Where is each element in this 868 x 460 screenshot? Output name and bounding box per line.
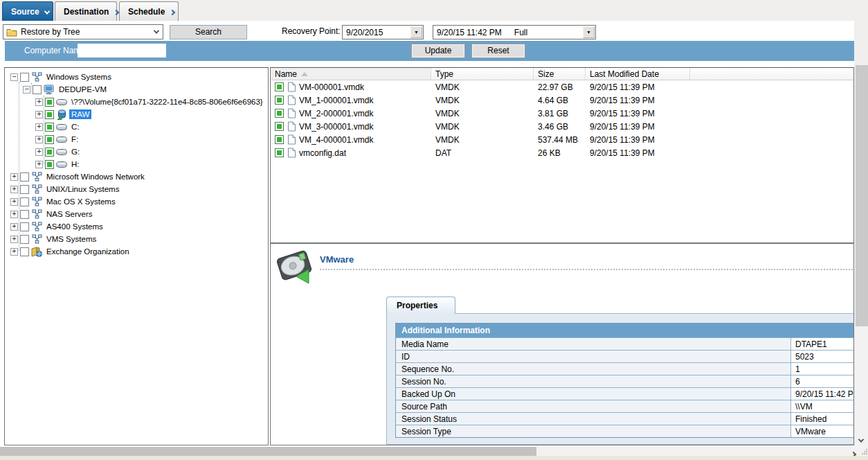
column-header-type[interactable]: Type: [431, 68, 534, 80]
column-header-size[interactable]: Size: [534, 68, 586, 80]
expand-toggle-icon[interactable]: +: [10, 223, 18, 231]
file-name-cell[interactable]: vmconfig.dat: [271, 148, 431, 159]
tree-item-label[interactable]: AS400 Systems: [44, 222, 105, 231]
file-name-cell[interactable]: VM-000001.vmdk: [271, 82, 431, 93]
expand-toggle-icon[interactable]: +: [10, 173, 18, 181]
tree-item[interactable]: +AS400 Systems: [5, 220, 268, 233]
tree-item[interactable]: +UNIX/Linux Systems: [5, 183, 268, 195]
expand-toggle-icon[interactable]: +: [10, 211, 18, 218]
file-row[interactable]: VM_3-000001.vmdkVMDK3.46 GB9/20/15 11:39…: [271, 120, 853, 133]
tab-properties[interactable]: Properties: [386, 297, 455, 314]
expand-toggle-icon[interactable]: +: [35, 98, 43, 106]
tree-checkbox[interactable]: [33, 85, 42, 94]
tree-item[interactable]: +Microsoft Windows Network: [5, 170, 268, 183]
file-row[interactable]: VM_1-000001.vmdkVMDK4.64 GB9/20/15 11:39…: [271, 94, 853, 107]
file-checkbox[interactable]: [275, 109, 284, 118]
tree-checkbox[interactable]: [45, 98, 54, 107]
expand-toggle-icon[interactable]: +: [10, 186, 18, 193]
tree-item-label[interactable]: UNIX/Linux Systems: [44, 184, 121, 194]
file-name-cell[interactable]: VM_4-000001.vmdk: [271, 134, 431, 145]
tab-schedule[interactable]: Schedule: [119, 1, 179, 21]
file-row[interactable]: VM_2-000001.vmdkVMDK3.81 GB9/20/15 11:39…: [271, 107, 853, 120]
file-name-cell[interactable]: VM_2-000001.vmdk: [271, 108, 431, 119]
file-checkbox[interactable]: [275, 148, 284, 157]
expand-toggle-icon[interactable]: +: [10, 236, 18, 243]
tree-item-label[interactable]: DEDUPE-VM: [57, 85, 109, 94]
restore-mode-dropdown[interactable]: Restore by Tree: [3, 24, 163, 39]
scroll-down-icon[interactable]: [859, 435, 863, 445]
tree-item[interactable]: +F:: [5, 133, 268, 145]
tree-item-label[interactable]: H:: [69, 159, 82, 169]
tree-item-label[interactable]: C:: [69, 122, 82, 132]
chevron-down-icon[interactable]: [150, 30, 163, 34]
tree-checkbox[interactable]: [20, 73, 29, 82]
reset-button[interactable]: Reset: [471, 44, 525, 58]
file-checkbox[interactable]: [275, 82, 284, 91]
file-row[interactable]: vmconfig.datDAT26 KB9/20/15 11:39 PM: [271, 146, 853, 159]
tree-checkbox[interactable]: [45, 135, 54, 144]
expand-toggle-icon[interactable]: +: [35, 161, 43, 168]
tree-checkbox[interactable]: [45, 160, 54, 169]
expand-toggle-icon[interactable]: +: [35, 123, 43, 131]
vertical-scrollbar-thumb[interactable]: [856, 65, 868, 326]
tree-checkbox[interactable]: [20, 197, 29, 206]
tree-item-label[interactable]: G:: [69, 147, 82, 157]
column-header-last-modified-date[interactable]: Last Modified Date: [586, 68, 690, 80]
tree-checkbox[interactable]: [45, 123, 54, 132]
update-button[interactable]: Update: [411, 44, 465, 58]
recovery-session-dropdown[interactable]: 9/20/15 11:42 PMFull ▼: [433, 25, 596, 39]
file-checkbox[interactable]: [275, 96, 284, 105]
tree-item[interactable]: +NAS Servers: [5, 208, 268, 220]
expand-toggle-icon[interactable]: +: [35, 148, 43, 156]
tree-item-label[interactable]: Exchange Organization: [44, 247, 132, 256]
tree-item[interactable]: +C:: [5, 121, 268, 133]
tab-source[interactable]: Source: [2, 1, 53, 21]
search-button[interactable]: Search: [170, 25, 247, 39]
file-name-cell[interactable]: VM_1-000001.vmdk: [271, 95, 431, 106]
file-name-cell[interactable]: VM_3-000001.vmdk: [271, 121, 431, 132]
expand-toggle-icon[interactable]: +: [10, 198, 18, 206]
tree-item-label[interactable]: Microsoft Windows Network: [44, 172, 147, 182]
tree-item[interactable]: +Mac OS X Systems: [5, 195, 268, 208]
file-checkbox[interactable]: [275, 135, 284, 144]
expand-toggle-icon[interactable]: +: [10, 248, 18, 256]
resize-grip[interactable]: [861, 448, 867, 454]
tree-checkbox[interactable]: [45, 148, 54, 157]
column-header-name[interactable]: Name: [271, 68, 431, 80]
tree-checkbox[interactable]: [45, 110, 54, 119]
tree-checkbox[interactable]: [20, 185, 29, 194]
expand-toggle-icon[interactable]: +: [35, 136, 43, 143]
tree-item[interactable]: −DEDUPE-VM: [5, 83, 268, 96]
tree-item[interactable]: +Exchange Organization: [5, 245, 268, 258]
tree-item[interactable]: +H:: [5, 158, 268, 170]
expand-toggle-icon[interactable]: +: [35, 111, 43, 118]
tree-item-label[interactable]: RAW: [69, 109, 91, 119]
tree-item-label[interactable]: Mac OS X Systems: [44, 197, 118, 206]
file-row[interactable]: VM-000001.vmdkVMDK22.97 GB9/20/15 11:39 …: [271, 80, 853, 94]
tree-item-label[interactable]: Windows Systems: [44, 72, 114, 82]
tree-item[interactable]: +\??\Volume{8cf01a71-3222-11e4-8c85-806e…: [5, 96, 268, 108]
computer-name-input[interactable]: [78, 44, 166, 57]
file-row[interactable]: VM_4-000001.vmdkVMDK537.44 MB9/20/15 11:…: [271, 133, 853, 146]
horizontal-scrollbar-thumb[interactable]: [0, 447, 536, 456]
file-checkbox[interactable]: [275, 122, 284, 131]
tree-checkbox[interactable]: [20, 172, 29, 182]
tree-item[interactable]: −Windows Systems: [5, 71, 268, 83]
tab-destination[interactable]: Destination: [55, 1, 117, 21]
collapse-toggle-icon[interactable]: −: [23, 86, 30, 94]
dropdown-arrow-icon[interactable]: ▼: [410, 26, 422, 38]
tree-item-label[interactable]: F:: [69, 134, 80, 144]
tree-checkbox[interactable]: [20, 222, 29, 231]
tree-item-label[interactable]: NAS Servers: [44, 209, 94, 219]
recovery-date-dropdown[interactable]: 9/20/2015 ▼: [342, 25, 424, 39]
tree-item-label[interactable]: VMS Systems: [44, 234, 98, 244]
collapse-toggle-icon[interactable]: −: [10, 73, 18, 81]
dropdown-arrow-icon[interactable]: ▼: [583, 26, 595, 38]
tree-item[interactable]: +RAW: [5, 108, 268, 121]
tree-checkbox[interactable]: [20, 247, 29, 256]
tree-item[interactable]: +G:: [5, 145, 268, 158]
tree-item[interactable]: +VMS Systems: [5, 233, 268, 245]
vertical-scrollbar[interactable]: [856, 65, 868, 447]
tree-checkbox[interactable]: [20, 210, 29, 219]
tree-checkbox[interactable]: [20, 235, 29, 244]
